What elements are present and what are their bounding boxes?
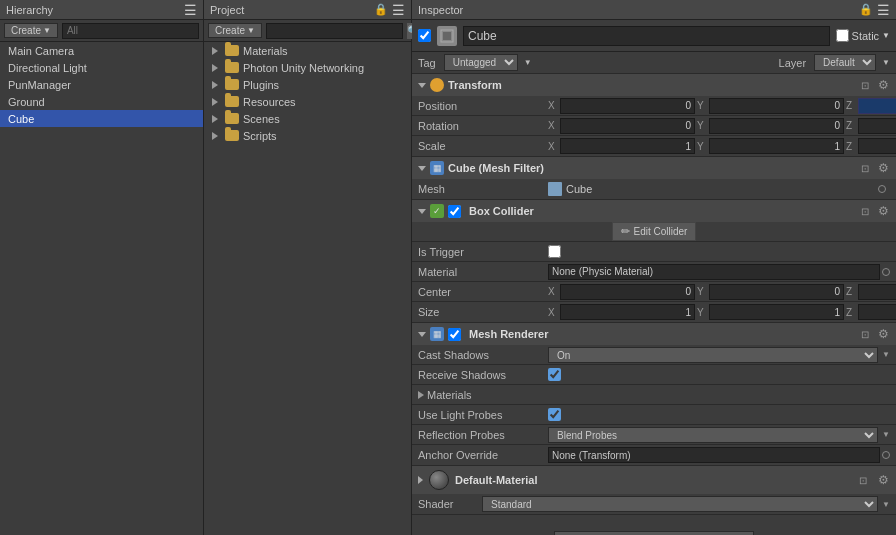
- box-collider-copy-button[interactable]: ⊡: [858, 204, 872, 218]
- hierarchy-item-directional-light[interactable]: Directional Light: [0, 59, 203, 76]
- mesh-filter-header[interactable]: ▦ Cube (Mesh Filter) ⊡ ⚙: [412, 157, 896, 179]
- size-y-input[interactable]: [709, 304, 844, 320]
- center-xyz-group: X Y Z: [548, 284, 896, 300]
- mesh-renderer-title: Mesh Renderer: [469, 328, 854, 340]
- receive-shadows-checkbox[interactable]: [548, 368, 561, 381]
- inspector-menu-icon[interactable]: ☰: [877, 2, 890, 18]
- hierarchy-create-button[interactable]: Create ▼: [4, 23, 58, 38]
- position-y-input[interactable]: [709, 98, 844, 114]
- center-y-label: Y: [697, 286, 707, 297]
- project-item-plugins[interactable]: Plugins: [204, 76, 411, 93]
- position-x-input[interactable]: [560, 98, 695, 114]
- mesh-filter-copy-button[interactable]: ⊡: [858, 161, 872, 175]
- rotation-label: Rotation: [418, 120, 548, 132]
- mesh-renderer-settings-button[interactable]: ⚙: [876, 327, 890, 341]
- tag-label: Tag: [418, 57, 436, 69]
- static-dropdown-icon[interactable]: ▼: [882, 31, 890, 40]
- material-settings-button[interactable]: ⚙: [876, 473, 890, 487]
- mesh-renderer-header[interactable]: ▦ Mesh Renderer ⊡ ⚙: [412, 323, 896, 345]
- collider-material-input[interactable]: [548, 264, 880, 280]
- hierarchy-item-cube[interactable]: Cube: [0, 110, 203, 127]
- rotation-z-input[interactable]: [858, 118, 896, 134]
- edit-collider-pencil-icon: ✏: [621, 225, 630, 238]
- receive-shadows-row: Receive Shadows: [412, 365, 896, 385]
- mesh-renderer-collapse-icon: [418, 332, 426, 337]
- add-component-button[interactable]: Add Component: [554, 531, 754, 535]
- project-lock-icon[interactable]: 🔒: [374, 3, 388, 16]
- rotation-y-input[interactable]: [709, 118, 844, 134]
- layer-select[interactable]: Default: [814, 54, 876, 71]
- center-y-input[interactable]: [709, 284, 844, 300]
- project-search-input[interactable]: [266, 23, 403, 39]
- scale-y-input[interactable]: [709, 138, 844, 154]
- transform-settings-button[interactable]: ⚙: [876, 78, 890, 92]
- scale-x-input[interactable]: [560, 138, 695, 154]
- materials-expand-icon[interactable]: [418, 391, 424, 399]
- scale-z-input[interactable]: [858, 138, 896, 154]
- project-item-resources[interactable]: Resources: [204, 93, 411, 110]
- inspector-lock-icon[interactable]: 🔒: [859, 3, 873, 16]
- object-name-input[interactable]: [463, 26, 830, 46]
- scale-x-label: X: [548, 141, 558, 152]
- plugins-folder-icon: [225, 79, 239, 90]
- reflection-probes-select[interactable]: Blend Probes: [548, 427, 878, 443]
- edit-collider-button[interactable]: ✏ Edit Collider: [612, 222, 697, 241]
- plugins-arrow-icon: [212, 81, 218, 89]
- mesh-picker-icon[interactable]: [878, 185, 886, 193]
- hierarchy-menu-icon[interactable]: ☰: [184, 2, 197, 18]
- project-item-scripts[interactable]: Scripts: [204, 127, 411, 144]
- hierarchy-item-pun-manager[interactable]: PunManager: [0, 76, 203, 93]
- size-y-label: Y: [697, 307, 707, 318]
- use-light-probes-row: Use Light Probes: [412, 405, 896, 425]
- static-checkbox[interactable]: [836, 29, 849, 42]
- anchor-override-picker-icon[interactable]: [882, 451, 890, 459]
- use-light-probes-value: [548, 408, 890, 421]
- project-create-button[interactable]: Create ▼: [208, 23, 262, 38]
- materials-label-row: Materials: [412, 385, 896, 405]
- position-z-input[interactable]: [858, 98, 896, 114]
- transform-copy-button[interactable]: ⊡: [858, 78, 872, 92]
- shader-label: Shader: [418, 498, 478, 510]
- mesh-filter-collapse-icon: [418, 166, 426, 171]
- cast-shadows-select[interactable]: On: [548, 347, 878, 363]
- size-xyz-group: X Y Z: [548, 304, 896, 320]
- rotation-x-input[interactable]: [560, 118, 695, 134]
- center-z-input[interactable]: [858, 284, 896, 300]
- is-trigger-checkbox[interactable]: [548, 245, 561, 258]
- collider-material-picker-icon[interactable]: [882, 268, 890, 276]
- scripts-arrow-icon: [212, 132, 218, 140]
- transform-header[interactable]: Transform ⊡ ⚙: [412, 74, 896, 96]
- object-enabled-checkbox[interactable]: [418, 29, 431, 42]
- mesh-renderer-copy-button[interactable]: ⊡: [858, 327, 872, 341]
- mesh-renderer-icon: ▦: [430, 327, 444, 341]
- add-component-footer: Add Component: [412, 515, 896, 535]
- size-z-label: Z: [846, 307, 856, 318]
- material-copy-button[interactable]: ⊡: [856, 473, 870, 487]
- project-item-materials[interactable]: Materials: [204, 42, 411, 59]
- mesh-filter-settings-button[interactable]: ⚙: [876, 161, 890, 175]
- material-expand-icon[interactable]: [418, 476, 423, 484]
- shader-select[interactable]: Standard: [482, 496, 878, 512]
- project-item-scenes[interactable]: Scenes: [204, 110, 411, 127]
- mesh-filter-icon: ▦: [430, 161, 444, 175]
- layer-label: Layer: [779, 57, 807, 69]
- hierarchy-toolbar: Create ▼: [0, 20, 203, 42]
- hierarchy-item-ground[interactable]: Ground: [0, 93, 203, 110]
- anchor-override-input[interactable]: [548, 447, 880, 463]
- object-icon: [437, 26, 457, 46]
- box-collider-header[interactable]: ✓ Box Collider ⊡ ⚙: [412, 200, 896, 222]
- hierarchy-item-main-camera[interactable]: Main Camera: [0, 42, 203, 59]
- use-light-probes-checkbox[interactable]: [548, 408, 561, 421]
- project-menu-icon[interactable]: ☰: [392, 2, 405, 18]
- hierarchy-search-input[interactable]: [62, 23, 199, 39]
- size-x-input[interactable]: [560, 304, 695, 320]
- mesh-renderer-enabled-checkbox[interactable]: [448, 328, 461, 341]
- center-x-input[interactable]: [560, 284, 695, 300]
- box-collider-settings-button[interactable]: ⚙: [876, 204, 890, 218]
- project-item-photon[interactable]: Photon Unity Networking: [204, 59, 411, 76]
- tag-select[interactable]: Untagged: [444, 54, 518, 71]
- box-collider-enabled-checkbox[interactable]: [448, 205, 461, 218]
- anchor-override-label: Anchor Override: [418, 449, 548, 461]
- size-z-input[interactable]: [858, 304, 896, 320]
- scale-z-label: Z: [846, 141, 856, 152]
